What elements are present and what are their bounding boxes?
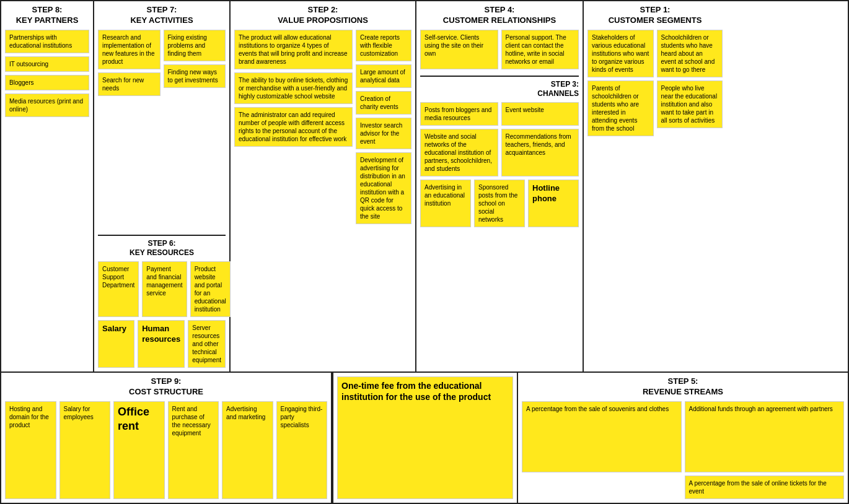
step6-card-4: Salary <box>98 320 134 368</box>
col-step5: STEP 5:REVENUE STREAMS A percentage from… <box>518 373 848 503</box>
step6-card-2: Payment and financial management service <box>142 261 187 317</box>
step6-header: STEP 6:KEY RESOURCES <box>98 239 226 258</box>
step1-card-2: Parents of schoolchildren or students wh… <box>587 80 654 136</box>
step2-card-5: Large amount of analytical data <box>356 64 411 88</box>
step8-card-2: IT outsourcing <box>5 56 89 72</box>
channels-row2: Website and social networks of the educa… <box>420 129 579 176</box>
step5-card-3: A percentage from the sale of online tic… <box>685 476 845 499</box>
step8-card-1: Partnerships with educational institutio… <box>5 30 89 53</box>
step2-card-2: The ability to buy online tickets, cloth… <box>234 72 353 104</box>
step7-card-1: Research and implementation of new featu… <box>98 30 161 69</box>
step7-card-3: Fixing existing problems and finding the… <box>164 30 226 61</box>
step2-left: The product will allow educational insti… <box>234 30 353 368</box>
step7-left: Research and implementation of new featu… <box>98 30 161 232</box>
step2-header: STEP 2:VALUE PROPOSITIONS <box>234 5 411 26</box>
step3-section: STEP 3:CHANNELS Posts from bloggers and … <box>420 80 579 368</box>
step4-divider <box>420 76 579 77</box>
step5-row1: A percentage from the sale of souvenirs … <box>522 401 844 472</box>
step6-row1: Customer Support Department Payment and … <box>98 261 226 317</box>
channels-card-4: Recommendations from teachers, friends, … <box>501 129 579 176</box>
step7-card-4: Finding new ways to get investments <box>164 64 226 88</box>
step1-card-1: Stakeholders of various educational inst… <box>587 30 654 77</box>
revenue-mid-card: One-time fee from the educational instit… <box>337 376 513 499</box>
channels-row3: Advertising in an educational institutio… <box>420 180 579 227</box>
step1-header: STEP 1:CUSTOMER SEGMENTS <box>587 5 723 26</box>
step6-row2: Salary Human resources Server resources … <box>98 320 226 368</box>
step6-card-1: Customer Support Department <box>98 261 139 317</box>
col-revenue-mid: One-time fee from the educational instit… <box>332 373 518 503</box>
step9-card-5: Advertising and marketing <box>222 401 273 499</box>
col-step7: STEP 7:KEY ACTIVITIES Research and imple… <box>94 1 231 371</box>
step6-card-5: Human resources <box>138 320 185 368</box>
channels-card-7: Hotline phone <box>528 180 579 227</box>
col-step2: STEP 2:VALUE PROPOSITIONS The product wi… <box>231 1 416 371</box>
step6-card-6: Server resources and other technical equ… <box>188 320 226 368</box>
channels-row1: Posts from bloggers and media resources … <box>420 102 579 126</box>
step5-cards: A percentage from the sale of souvenirs … <box>522 401 844 499</box>
col-step9: STEP 9:COST STRUCTURE Hosting and domain… <box>1 373 332 503</box>
channels-card-6: Sponsored posts from the school on socia… <box>474 180 525 227</box>
col-step1: STEP 1:CUSTOMER SEGMENTS Stakeholders of… <box>584 1 726 371</box>
step8-cards: Partnerships with educational institutio… <box>5 30 89 368</box>
step4-card-1: Self-service. Clients using the site on … <box>420 30 498 69</box>
step4-top: Self-service. Clients using the site on … <box>420 30 579 69</box>
step5-card-1: A percentage from the sale of souvenirs … <box>522 401 682 472</box>
step7-card-2: Search for new needs <box>98 72 161 96</box>
step9-card-6: Engaging third-party specialists <box>276 401 328 499</box>
top-section: STEP 8: KEY PARTNERS Partnerships with e… <box>1 1 848 373</box>
bottom-section: STEP 9:COST STRUCTURE Hosting and domain… <box>1 373 848 503</box>
col-step4: STEP 4:CUSTOMER RELATIONSHIPS Self-servi… <box>416 1 584 371</box>
step5-header: STEP 5:REVENUE STREAMS <box>522 376 844 398</box>
step9-card-3: Office rent <box>113 401 165 499</box>
step9-card-2: Salary for employees <box>59 401 111 499</box>
channels-card-5: Advertising in an educational institutio… <box>420 180 471 227</box>
channels-card-2: Event website <box>501 102 579 126</box>
step1-inner: Stakeholders of various educational inst… <box>587 30 723 368</box>
step2-card-1: The product will allow educational insti… <box>234 30 353 69</box>
step4-card-2: Personal support. The client can contact… <box>501 30 579 69</box>
step7-right: Fixing existing problems and finding the… <box>164 30 226 232</box>
step2-inner: The product will allow educational insti… <box>234 30 411 368</box>
step7-inner: Research and implementation of new featu… <box>98 30 226 368</box>
step5-inner: A percentage from the sale of souvenirs … <box>522 401 844 499</box>
step7-header: STEP 7:KEY ACTIVITIES <box>98 5 226 26</box>
step2-right: Create reports with flexible customizati… <box>356 30 411 368</box>
step1-card-4: People who live near the educational ins… <box>657 80 723 128</box>
step1-card-3: Schoolchildren or students who have hear… <box>657 30 723 77</box>
step1-right: Schoolchildren or students who have hear… <box>657 30 723 368</box>
step2-card-3: The administrator can add required numbe… <box>234 107 353 147</box>
step9-card-4: Rent and purchase of the necessary equip… <box>168 401 219 499</box>
step2-card-4: Create reports with flexible customizati… <box>356 30 411 61</box>
step2-card-8: Development of advertising for distribut… <box>356 152 411 224</box>
step1-left: Stakeholders of various educational inst… <box>587 30 654 368</box>
step5-card-2: Additional funds through an agreement wi… <box>685 401 845 472</box>
channels-card-1: Posts from bloggers and media resources <box>420 102 498 126</box>
step4-header: STEP 4:CUSTOMER RELATIONSHIPS <box>420 5 579 26</box>
channels-card-3: Website and social networks of the educa… <box>420 129 498 176</box>
step9-card-1: Hosting and domain for the product <box>5 401 56 499</box>
step3-header: STEP 3:CHANNELS <box>420 80 579 99</box>
step9-header: STEP 9:COST STRUCTURE <box>5 376 327 398</box>
step8-header: STEP 8: KEY PARTNERS <box>5 5 89 26</box>
step8-card-3: Bloggers <box>5 75 89 90</box>
step7-top: Research and implementation of new featu… <box>98 30 226 232</box>
business-model-canvas: STEP 8: KEY PARTNERS Partnerships with e… <box>0 0 849 504</box>
step6-card-3: Product website and portal for an educat… <box>190 261 231 317</box>
step8-card-4: Media resources (print and online) <box>5 93 89 117</box>
step9-cards: Hosting and domain for the product Salar… <box>5 401 327 499</box>
step6-section: STEP 6:KEY RESOURCES Customer Support De… <box>98 235 226 368</box>
step2-card-6: Creation of charity events <box>356 91 411 115</box>
col-step8: STEP 8: KEY PARTNERS Partnerships with e… <box>1 1 94 371</box>
step2-card-7: Investor search advisor for the event <box>356 118 411 149</box>
